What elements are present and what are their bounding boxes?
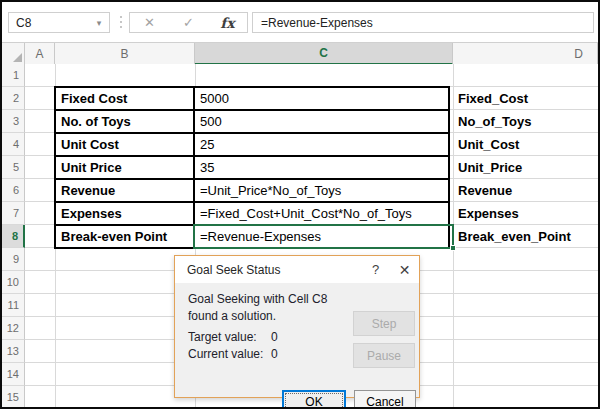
excel-window: C8 ▾ ✕ ✓ fx =Revenue-Expenses A B C D 1 … [0, 0, 600, 409]
formula-bar-text: =Revenue-Expenses [261, 16, 373, 30]
target-value-label: Target value: [188, 329, 271, 346]
row-header-12[interactable]: 12 [2, 317, 25, 340]
goal-seek-status-dialog: Goal Seek Status ? ✕ Goal Seeking with C… [174, 255, 420, 398]
row-header-15[interactable]: 15 [2, 386, 25, 409]
current-value: 0 [271, 346, 278, 363]
row-headers: 1 2 3 4 5 6 7 8 9 10 11 12 13 14 15 [2, 64, 25, 409]
column-header-a[interactable]: A [25, 43, 55, 65]
cell-b3[interactable]: No. of Toys [55, 110, 194, 133]
name-box-dropdown-icon[interactable]: ▾ [89, 18, 109, 28]
dialog-message-line1: Goal Seeking with Cell C8 [188, 291, 327, 308]
row-header-13[interactable]: 13 [2, 340, 25, 363]
toolbar-separator-dots-icon [118, 13, 124, 31]
cell-c2[interactable]: 5000 [194, 87, 449, 110]
table-row: Fixed Cost 5000 [55, 87, 449, 110]
select-all-triangle-icon [13, 53, 22, 62]
cell-d4[interactable]: Unit_Cost [458, 133, 519, 156]
name-box-value: C8 [9, 16, 89, 30]
formula-bar[interactable]: =Revenue-Expenses [252, 12, 594, 33]
ok-button[interactable]: OK [282, 390, 346, 409]
column-header-c-selected[interactable]: C [195, 43, 453, 65]
column-header-b[interactable]: B [55, 43, 195, 65]
formula-buttons: ✕ ✓ fx [129, 12, 248, 33]
row-header-14[interactable]: 14 [2, 363, 25, 386]
cancel-button[interactable]: Cancel [354, 390, 416, 409]
select-all-button[interactable] [2, 43, 25, 65]
pause-button[interactable]: Pause [353, 343, 415, 368]
ok-button-focus-ring [285, 393, 343, 409]
row-header-7[interactable]: 7 [2, 202, 25, 225]
row-header-4[interactable]: 4 [2, 133, 25, 156]
formula-toolbar: C8 ▾ ✕ ✓ fx =Revenue-Expenses [2, 2, 598, 42]
row-header-11[interactable]: 11 [2, 294, 25, 317]
cell-b5[interactable]: Unit Price [55, 156, 194, 179]
name-box[interactable]: C8 ▾ [8, 12, 110, 33]
dialog-titlebar[interactable]: Goal Seek Status ? ✕ [175, 256, 419, 283]
row-header-1[interactable]: 1 [2, 64, 25, 87]
insert-function-icon[interactable]: fx [208, 15, 247, 31]
cell-c7[interactable]: =Fixed_Cost+Unit_Cost*No_of_Toys [194, 202, 449, 225]
row-header-8-selected[interactable]: 8 [2, 225, 25, 248]
step-button[interactable]: Step [353, 311, 415, 336]
cell-d7[interactable]: Expenses [458, 202, 519, 225]
cell-c6[interactable]: =Unit_Price*No_of_Toys [194, 179, 449, 202]
cancel-entry-icon[interactable]: ✕ [130, 15, 169, 30]
active-cell-selection-border [193, 224, 454, 249]
cell-b8[interactable]: Break-even Point [55, 225, 194, 248]
target-value: 0 [271, 329, 278, 346]
row-header-5[interactable]: 5 [2, 156, 25, 179]
close-icon[interactable]: ✕ [390, 256, 419, 283]
dialog-message: Goal Seeking with Cell C8 found a soluti… [188, 291, 327, 325]
row-header-6[interactable]: 6 [2, 179, 25, 202]
dialog-title: Goal Seek Status [175, 263, 361, 277]
table-row: Revenue =Unit_Price*No_of_Toys [55, 179, 449, 202]
help-icon[interactable]: ? [361, 256, 390, 283]
cell-c4[interactable]: 25 [194, 133, 449, 156]
cell-d8[interactable]: Break_even_Point [458, 225, 571, 248]
row-header-3[interactable]: 3 [2, 110, 25, 133]
cell-d2[interactable]: Fixed_Cost [458, 87, 528, 110]
current-value-label: Current value: [188, 346, 271, 363]
cell-d3[interactable]: No_of_Toys [458, 110, 531, 133]
column-header-d[interactable]: D [453, 43, 598, 65]
cell-d5[interactable]: Unit_Price [458, 156, 522, 179]
row-header-2[interactable]: 2 [2, 87, 25, 110]
row-header-10[interactable]: 10 [2, 271, 25, 294]
enter-entry-icon[interactable]: ✓ [169, 15, 208, 30]
cell-c5[interactable]: 35 [194, 156, 449, 179]
row-header-9[interactable]: 9 [2, 248, 25, 271]
cell-d6[interactable]: Revenue [458, 179, 512, 202]
cell-c3[interactable]: 500 [194, 110, 449, 133]
column-headers: A B C D [2, 42, 598, 64]
table-row: Expenses =Fixed_Cost+Unit_Cost*No_of_Toy… [55, 202, 449, 225]
dialog-values: Target value: 0 Current value: 0 [188, 329, 278, 363]
table-row: No. of Toys 500 [55, 110, 449, 133]
table-row: Unit Cost 25 [55, 133, 449, 156]
cell-b7[interactable]: Expenses [55, 202, 194, 225]
table-row: Unit Price 35 [55, 156, 449, 179]
dialog-message-line2: found a solution. [188, 308, 327, 325]
fill-handle[interactable] [450, 245, 456, 251]
cell-b6[interactable]: Revenue [55, 179, 194, 202]
cell-b2[interactable]: Fixed Cost [55, 87, 194, 110]
cell-b4[interactable]: Unit Cost [55, 133, 194, 156]
dialog-body: Goal Seeking with Cell C8 found a soluti… [175, 283, 419, 399]
